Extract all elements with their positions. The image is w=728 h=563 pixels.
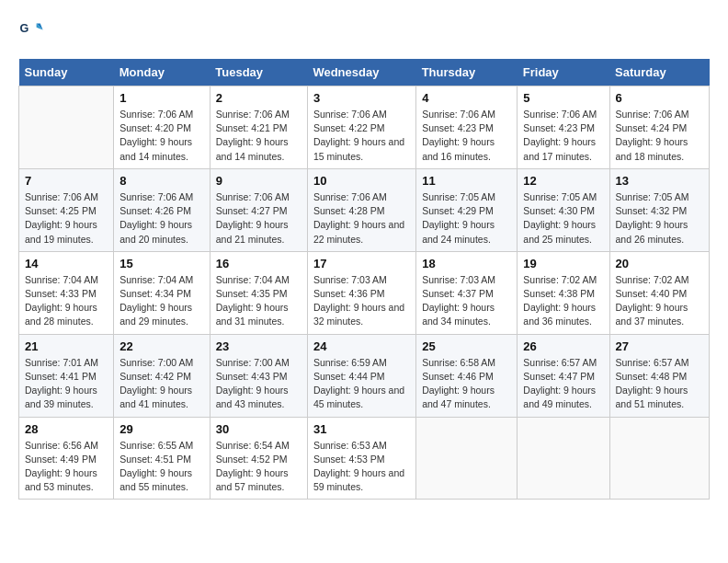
day-number: 23 (216, 339, 301, 353)
day-detail: Sunrise: 6:57 AMSunset: 4:47 PMDaylight:… (523, 356, 603, 412)
day-number: 12 (523, 174, 603, 188)
day-number: 25 (422, 339, 511, 353)
day-detail: Sunrise: 7:06 AMSunset: 4:28 PMDaylight:… (313, 190, 410, 247)
calendar-cell: 29Sunrise: 6:55 AMSunset: 4:51 PMDayligh… (114, 417, 210, 500)
column-header-sunday: Sunday (19, 59, 114, 86)
day-number: 24 (313, 339, 410, 353)
day-number: 21 (25, 339, 108, 353)
day-detail: Sunrise: 7:04 AMSunset: 4:35 PMDaylight:… (216, 273, 301, 329)
calendar-cell: 15Sunrise: 7:04 AMSunset: 4:34 PMDayligh… (114, 251, 210, 334)
column-header-tuesday: Tuesday (210, 59, 307, 86)
day-number: 19 (523, 257, 603, 270)
day-detail: Sunrise: 6:54 AMSunset: 4:52 PMDaylight:… (216, 439, 301, 495)
day-detail: Sunrise: 7:06 AMSunset: 4:20 PMDaylight:… (119, 108, 204, 164)
calendar-cell: 11Sunrise: 7:05 AMSunset: 4:29 PMDayligh… (416, 168, 518, 251)
calendar-cell: 21Sunrise: 7:01 AMSunset: 4:41 PMDayligh… (19, 334, 114, 417)
day-detail: Sunrise: 6:59 AMSunset: 4:44 PMDaylight:… (313, 356, 410, 412)
svg-text:G: G (19, 22, 28, 35)
day-number: 27 (616, 339, 704, 353)
day-detail: Sunrise: 6:57 AMSunset: 4:48 PMDaylight:… (616, 356, 704, 412)
day-detail: Sunrise: 7:00 AMSunset: 4:42 PMDaylight:… (119, 356, 204, 412)
calendar-cell: 27Sunrise: 6:57 AMSunset: 4:48 PMDayligh… (609, 334, 710, 417)
day-number: 4 (422, 91, 511, 105)
calendar-cell: 7Sunrise: 7:06 AMSunset: 4:25 PMDaylight… (19, 168, 114, 251)
day-detail: Sunrise: 7:06 AMSunset: 4:23 PMDaylight:… (523, 108, 603, 164)
column-header-monday: Monday (114, 59, 210, 86)
column-header-thursday: Thursday (416, 59, 518, 86)
day-detail: Sunrise: 6:53 AMSunset: 4:53 PMDaylight:… (313, 439, 410, 495)
calendar-cell: 6Sunrise: 7:06 AMSunset: 4:24 PMDaylight… (609, 86, 710, 169)
day-number: 6 (616, 91, 704, 105)
calendar-cell: 10Sunrise: 7:06 AMSunset: 4:28 PMDayligh… (307, 168, 415, 251)
calendar-cell: 3Sunrise: 7:06 AMSunset: 4:22 PMDaylight… (307, 86, 415, 169)
day-number: 5 (523, 91, 603, 105)
day-number: 29 (119, 422, 204, 436)
day-number: 22 (119, 339, 204, 353)
calendar-cell: 20Sunrise: 7:02 AMSunset: 4:40 PMDayligh… (609, 251, 710, 334)
calendar-cell: 14Sunrise: 7:04 AMSunset: 4:33 PMDayligh… (19, 251, 114, 334)
day-number: 18 (422, 257, 511, 270)
calendar-cell: 25Sunrise: 6:58 AMSunset: 4:46 PMDayligh… (416, 334, 518, 417)
day-number: 7 (25, 174, 108, 188)
column-header-friday: Friday (518, 59, 609, 86)
day-number: 10 (313, 174, 410, 188)
day-detail: Sunrise: 7:01 AMSunset: 4:41 PMDaylight:… (25, 356, 108, 412)
calendar-cell: 4Sunrise: 7:06 AMSunset: 4:23 PMDaylight… (416, 86, 518, 169)
calendar-cell: 28Sunrise: 6:56 AMSunset: 4:49 PMDayligh… (19, 417, 114, 500)
calendar-cell: 1Sunrise: 7:06 AMSunset: 4:20 PMDaylight… (114, 86, 210, 169)
calendar-cell: 31Sunrise: 6:53 AMSunset: 4:53 PMDayligh… (307, 417, 415, 500)
calendar-cell: 19Sunrise: 7:02 AMSunset: 4:38 PMDayligh… (518, 251, 609, 334)
day-number: 26 (523, 339, 603, 353)
day-number: 13 (616, 174, 704, 188)
day-number: 11 (422, 174, 511, 188)
day-number: 2 (216, 91, 301, 105)
day-detail: Sunrise: 7:06 AMSunset: 4:23 PMDaylight:… (422, 108, 511, 164)
calendar-cell: 16Sunrise: 7:04 AMSunset: 4:35 PMDayligh… (210, 251, 307, 334)
day-detail: Sunrise: 7:06 AMSunset: 4:25 PMDaylight:… (25, 190, 108, 247)
day-detail: Sunrise: 7:06 AMSunset: 4:22 PMDaylight:… (313, 108, 410, 164)
calendar-cell: 8Sunrise: 7:06 AMSunset: 4:26 PMDaylight… (114, 168, 210, 251)
calendar-cell: 9Sunrise: 7:06 AMSunset: 4:27 PMDaylight… (210, 168, 307, 251)
logo: G (18, 18, 48, 44)
day-detail: Sunrise: 6:55 AMSunset: 4:51 PMDaylight:… (119, 439, 204, 495)
calendar-header-row: SundayMondayTuesdayWednesdayThursdayFrid… (19, 59, 710, 86)
day-number: 17 (313, 257, 410, 270)
day-detail: Sunrise: 7:05 AMSunset: 4:29 PMDaylight:… (422, 190, 511, 247)
day-detail: Sunrise: 7:03 AMSunset: 4:36 PMDaylight:… (313, 273, 410, 329)
calendar-cell (518, 417, 609, 500)
day-number: 15 (119, 257, 204, 270)
calendar-week-row: 21Sunrise: 7:01 AMSunset: 4:41 PMDayligh… (19, 334, 710, 417)
day-detail: Sunrise: 7:06 AMSunset: 4:21 PMDaylight:… (216, 108, 301, 164)
calendar-table: SundayMondayTuesdayWednesdayThursdayFrid… (18, 59, 710, 500)
day-detail: Sunrise: 7:05 AMSunset: 4:32 PMDaylight:… (616, 190, 704, 247)
calendar-cell: 12Sunrise: 7:05 AMSunset: 4:30 PMDayligh… (518, 168, 609, 251)
calendar-cell: 17Sunrise: 7:03 AMSunset: 4:36 PMDayligh… (307, 251, 415, 334)
calendar-cell: 2Sunrise: 7:06 AMSunset: 4:21 PMDaylight… (210, 86, 307, 169)
day-detail: Sunrise: 7:04 AMSunset: 4:34 PMDaylight:… (119, 273, 204, 329)
calendar-cell: 13Sunrise: 7:05 AMSunset: 4:32 PMDayligh… (609, 168, 710, 251)
logo-icon: G (18, 18, 44, 44)
day-number: 1 (119, 91, 204, 105)
calendar-cell: 18Sunrise: 7:03 AMSunset: 4:37 PMDayligh… (416, 251, 518, 334)
day-detail: Sunrise: 7:06 AMSunset: 4:26 PMDaylight:… (119, 190, 204, 247)
calendar-week-row: 7Sunrise: 7:06 AMSunset: 4:25 PMDaylight… (19, 168, 710, 251)
day-number: 30 (216, 422, 301, 436)
calendar-week-row: 14Sunrise: 7:04 AMSunset: 4:33 PMDayligh… (19, 251, 710, 334)
calendar-cell: 22Sunrise: 7:00 AMSunset: 4:42 PMDayligh… (114, 334, 210, 417)
calendar-week-row: 1Sunrise: 7:06 AMSunset: 4:20 PMDaylight… (19, 86, 710, 169)
calendar-cell: 5Sunrise: 7:06 AMSunset: 4:23 PMDaylight… (518, 86, 609, 169)
day-detail: Sunrise: 7:00 AMSunset: 4:43 PMDaylight:… (216, 356, 301, 412)
page-header: G (18, 18, 710, 44)
calendar-cell (416, 417, 518, 500)
day-detail: Sunrise: 6:56 AMSunset: 4:49 PMDaylight:… (25, 439, 108, 495)
day-detail: Sunrise: 7:06 AMSunset: 4:27 PMDaylight:… (216, 190, 301, 247)
column-header-saturday: Saturday (609, 59, 710, 86)
day-detail: Sunrise: 6:58 AMSunset: 4:46 PMDaylight:… (422, 356, 511, 412)
day-number: 31 (313, 422, 410, 436)
day-number: 3 (313, 91, 410, 105)
day-number: 8 (119, 174, 204, 188)
day-number: 14 (25, 257, 108, 270)
calendar-cell: 23Sunrise: 7:00 AMSunset: 4:43 PMDayligh… (210, 334, 307, 417)
day-detail: Sunrise: 7:05 AMSunset: 4:30 PMDaylight:… (523, 190, 603, 247)
day-detail: Sunrise: 7:03 AMSunset: 4:37 PMDaylight:… (422, 273, 511, 329)
